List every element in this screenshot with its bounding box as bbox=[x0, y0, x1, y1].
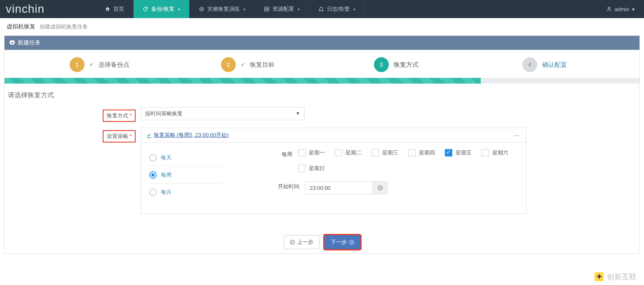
prev-button[interactable]: 上一步 bbox=[284, 235, 320, 249]
radio-icon bbox=[149, 189, 157, 196]
user-name: admin bbox=[615, 6, 629, 12]
panel-title: 新建任务 bbox=[18, 39, 41, 47]
nav-home-label: 首页 bbox=[113, 5, 124, 13]
target-icon bbox=[199, 6, 204, 12]
day-sat[interactable]: 星期六 bbox=[482, 149, 508, 157]
prev-label: 上一步 bbox=[297, 238, 313, 246]
policy-label: 设置策略* bbox=[103, 130, 136, 142]
svg-rect-2 bbox=[264, 7, 269, 9]
step-2: 2 ✓ 恢复目标 bbox=[174, 57, 322, 72]
step-4: 4 确认配置 bbox=[470, 57, 619, 72]
step-1-num: 1 bbox=[70, 57, 85, 72]
day-sun[interactable]: 星期日 bbox=[298, 165, 325, 172]
step-1: 1 ✓ 选择备份点 bbox=[25, 57, 174, 72]
checkbox-icon bbox=[482, 149, 489, 157]
step-4-label: 确认配置 bbox=[542, 61, 567, 69]
page-subtitle: 创建虚拟机恢复任务 bbox=[40, 23, 88, 30]
step-3-num: 3 bbox=[374, 57, 389, 72]
freq-weekly-label: 每周 bbox=[161, 171, 172, 179]
step-2-num: 2 bbox=[221, 57, 236, 72]
nav-backup-restore[interactable]: 备份/恢复 ▾ bbox=[134, 0, 190, 18]
step-2-label: 恢复目标 bbox=[250, 61, 275, 69]
method-label-wrap: 恢复方式* bbox=[5, 107, 141, 122]
panel-header: 新建任务 bbox=[5, 36, 639, 50]
nav-backup-label: 备份/恢复 bbox=[151, 5, 174, 13]
wizard-progress-fill bbox=[5, 78, 481, 84]
watermark: ✦ 创新互联 bbox=[595, 272, 637, 282]
step-3: 3 恢复方式 bbox=[322, 57, 470, 72]
day-thu[interactable]: 星期四 bbox=[408, 149, 435, 157]
radio-icon bbox=[149, 171, 157, 179]
chevron-down-icon: ▾ bbox=[298, 7, 300, 12]
svg-rect-3 bbox=[264, 9, 269, 11]
check-icon: ✓ bbox=[241, 62, 245, 68]
method-label: 恢复方式* bbox=[103, 110, 136, 122]
nav-resource[interactable]: 资源配置 ▾ bbox=[255, 0, 309, 18]
freq-weekly[interactable]: 每周 bbox=[149, 166, 223, 184]
chevron-down-icon: ▾ bbox=[632, 6, 635, 12]
policy-label-wrap: 设置策略* bbox=[5, 128, 141, 142]
nav-home[interactable]: 首页 bbox=[96, 0, 134, 18]
watermark-logo-icon: ✦ bbox=[595, 272, 604, 281]
checkbox-icon bbox=[408, 149, 416, 157]
step-3-label: 恢复方式 bbox=[394, 61, 418, 69]
gear-icon bbox=[9, 40, 15, 46]
strategy-header[interactable]: ✔ 恢复策略 (每周5, 23:00:00开始) — bbox=[141, 128, 526, 142]
nav-drill[interactable]: 灾难恢复演练 ▾ bbox=[190, 0, 255, 18]
freq-daily-label: 每天 bbox=[161, 154, 172, 161]
day-tue[interactable]: 星期二 bbox=[335, 149, 362, 157]
radio-icon bbox=[149, 154, 157, 161]
nav-log-alert[interactable]: 日志/告警 ▾ bbox=[309, 0, 365, 18]
nav-resource-label: 资源配置 bbox=[273, 5, 294, 13]
svg-point-0 bbox=[200, 7, 203, 11]
clock-icon bbox=[377, 185, 383, 191]
wizard-progress bbox=[5, 78, 639, 84]
weekly-days-label: 每周 bbox=[235, 149, 298, 158]
start-time-input[interactable] bbox=[305, 181, 373, 194]
clock-button[interactable] bbox=[373, 181, 388, 194]
next-button[interactable]: 下一步 bbox=[324, 235, 360, 249]
nav-drill-label: 灾难恢复演练 bbox=[207, 5, 240, 13]
svg-point-6 bbox=[290, 240, 294, 244]
chevron-down-icon: ▾ bbox=[353, 7, 355, 12]
bell-icon bbox=[318, 6, 324, 12]
step-4-num: 4 bbox=[522, 57, 537, 72]
checkbox-icon bbox=[371, 149, 379, 157]
collapse-icon[interactable]: — bbox=[514, 132, 520, 138]
server-icon bbox=[264, 6, 270, 12]
next-label: 下一步 bbox=[331, 238, 347, 246]
checkbox-icon bbox=[298, 165, 306, 172]
watermark-text: 创新互联 bbox=[607, 272, 637, 282]
day-wed[interactable]: 星期三 bbox=[371, 149, 398, 157]
day-fri[interactable]: 星期五 bbox=[445, 149, 472, 157]
freq-monthly[interactable]: 每月 bbox=[149, 184, 223, 201]
strategy-card: ✔ 恢复策略 (每周5, 23:00:00开始) — 每天 bbox=[141, 128, 526, 214]
checkbox-icon bbox=[298, 149, 306, 157]
restore-method-value: 按时间策略恢复 bbox=[145, 110, 183, 117]
page-title: 虚拟机恢复 bbox=[7, 23, 35, 30]
checkbox-icon bbox=[335, 149, 342, 157]
wizard-steps: 1 ✓ 选择备份点 2 ✓ 恢复目标 3 恢复方式 4 确认配置 bbox=[5, 50, 639, 78]
svg-point-4 bbox=[608, 7, 610, 9]
arrow-right-icon bbox=[349, 240, 354, 245]
svg-point-1 bbox=[201, 8, 202, 10]
arrow-left-icon bbox=[290, 240, 295, 245]
home-icon bbox=[105, 6, 110, 12]
strategy-title: 恢复策略 (每周5, 23:00:00开始) bbox=[154, 131, 228, 139]
check-icon: ✔ bbox=[147, 132, 151, 138]
restore-method-select[interactable]: 按时间策略恢复 bbox=[141, 107, 305, 120]
refresh-icon bbox=[143, 6, 148, 12]
step-1-label: 选择备份点 bbox=[99, 61, 129, 69]
section-title: 请选择恢复方式 bbox=[5, 84, 639, 104]
user-icon bbox=[606, 6, 612, 12]
chevron-down-icon: ▾ bbox=[178, 7, 180, 12]
brand-logo: vinchin bbox=[0, 0, 96, 18]
day-mon[interactable]: 星期一 bbox=[298, 149, 325, 157]
check-icon: ✓ bbox=[89, 62, 94, 68]
svg-point-7 bbox=[350, 240, 354, 244]
chevron-down-icon: ▾ bbox=[243, 7, 245, 12]
start-time-label: 开始时间 bbox=[235, 181, 305, 190]
freq-monthly-label: 每月 bbox=[161, 189, 172, 196]
freq-daily[interactable]: 每天 bbox=[149, 149, 223, 166]
user-menu[interactable]: admin ▾ bbox=[597, 0, 644, 18]
